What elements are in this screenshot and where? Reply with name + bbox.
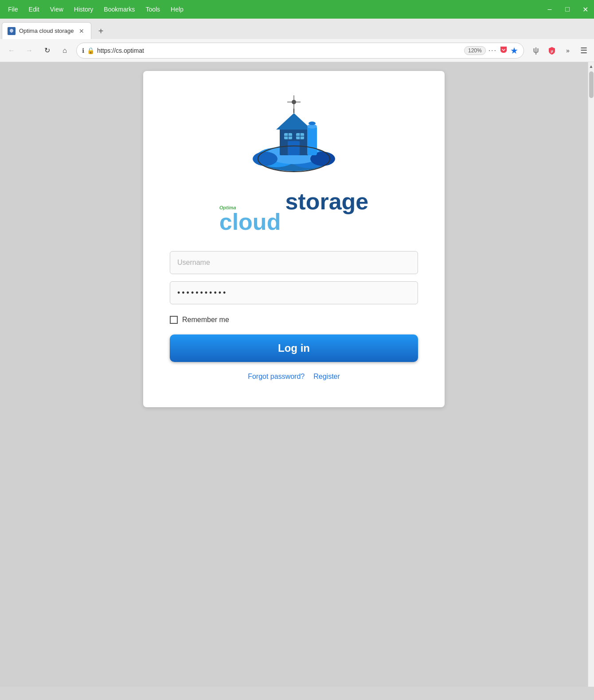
star-icon[interactable]: ★ (510, 45, 518, 56)
login-button[interactable]: Log in (170, 334, 418, 362)
password-group (170, 281, 418, 304)
close-button[interactable]: ✕ (580, 4, 590, 15)
nav-bar: ← → ↻ ⌂ ℹ 🔒 120% ··· ★ ψ μ » ☰ (0, 39, 594, 62)
login-card: Optima cloud storage Remember me Log in (143, 71, 445, 407)
username-group (170, 251, 418, 274)
active-tab[interactable]: Optima cloud storage ✕ (2, 22, 91, 39)
more-button[interactable]: ··· (488, 47, 497, 55)
scroll-up-arrow[interactable]: ▲ (588, 63, 594, 70)
nav-icons: ψ μ » ☰ (529, 44, 590, 57)
scrollbar: ▲ (588, 62, 594, 687)
menu-help[interactable]: Help (166, 4, 188, 15)
home-button[interactable]: ⌂ (57, 43, 73, 59)
forgot-password-link[interactable]: Forgot password? (248, 373, 305, 381)
tab-close-button[interactable]: ✕ (78, 27, 86, 35)
remember-me-group: Remember me (170, 316, 229, 324)
page-content: Optima cloud storage Remember me Log in (0, 62, 588, 687)
tab-title: Optima cloud storage (19, 28, 74, 34)
svg-point-19 (309, 122, 316, 125)
new-tab-button[interactable]: + (93, 23, 109, 39)
scroll-area: Optima cloud storage Remember me Log in (0, 62, 594, 687)
menu-file[interactable]: File (4, 4, 23, 15)
logo-container (245, 93, 343, 175)
refresh-button[interactable]: ↻ (39, 43, 55, 59)
tab-favicon (8, 27, 16, 35)
remember-label: Remember me (182, 316, 229, 324)
svg-point-6 (253, 152, 277, 166)
forward-button[interactable]: → (21, 43, 37, 59)
svg-point-21 (292, 100, 296, 104)
menu-bookmarks[interactable]: Bookmarks (99, 4, 139, 15)
overflow-icon[interactable]: » (561, 44, 574, 57)
menu-bar: File Edit View History Bookmarks Tools H… (0, 0, 594, 19)
menu-view[interactable]: View (46, 4, 68, 15)
svg-rect-10 (288, 141, 300, 155)
window-controls: – □ ✕ (544, 4, 590, 15)
links-row: Forgot password? Register (248, 373, 340, 381)
minimize-button[interactable]: – (544, 4, 555, 15)
remember-checkbox[interactable] (170, 316, 178, 324)
svg-marker-9 (276, 113, 312, 130)
address-input[interactable] (97, 47, 461, 54)
lock-icon: 🔒 (87, 47, 94, 54)
password-input[interactable] (170, 281, 418, 304)
address-bar-container: ℹ 🔒 120% ··· ★ (76, 43, 524, 59)
menu-icon[interactable]: ☰ (577, 44, 590, 57)
svg-rect-17 (307, 126, 317, 155)
brand-text: Optima cloud storage (219, 188, 369, 233)
brand-cloud: cloud (219, 210, 281, 233)
scrollbar-thumb[interactable] (589, 71, 594, 98)
ublocker-icon[interactable]: μ (545, 44, 559, 57)
username-input[interactable] (170, 251, 418, 274)
weave-icon[interactable]: ψ (529, 44, 543, 57)
back-button[interactable]: ← (4, 43, 20, 59)
zoom-level[interactable]: 120% (464, 46, 486, 55)
maximize-button[interactable]: □ (562, 4, 573, 15)
info-icon: ℹ (82, 47, 84, 54)
menu-tools[interactable]: Tools (141, 4, 164, 15)
pocket-icon[interactable] (500, 46, 508, 55)
svg-text:μ: μ (551, 49, 553, 53)
register-link[interactable]: Register (313, 373, 340, 381)
menu-history[interactable]: History (70, 4, 98, 15)
tab-bar: Optima cloud storage ✕ + (0, 19, 594, 39)
menu-edit[interactable]: Edit (24, 4, 44, 15)
brand-storage: storage (285, 188, 368, 215)
